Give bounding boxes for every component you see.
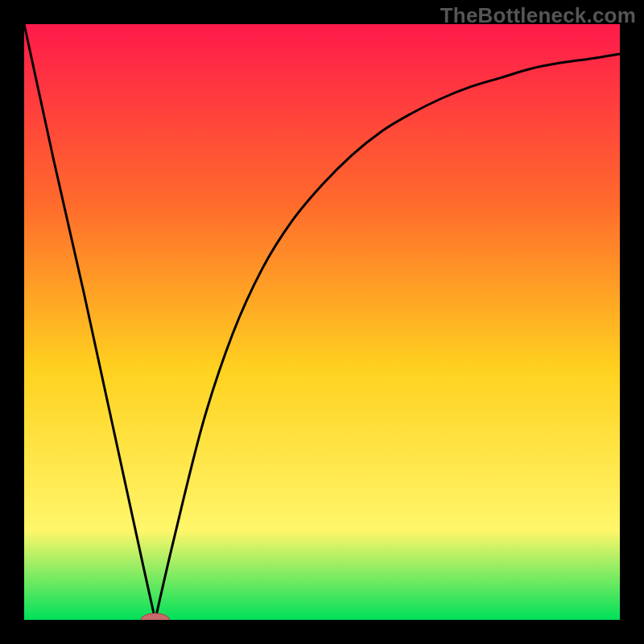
gradient-background — [24, 24, 620, 620]
chart-svg — [24, 24, 620, 620]
chart-container: TheBottleneck.com — [0, 0, 644, 644]
plot-area — [24, 24, 620, 620]
